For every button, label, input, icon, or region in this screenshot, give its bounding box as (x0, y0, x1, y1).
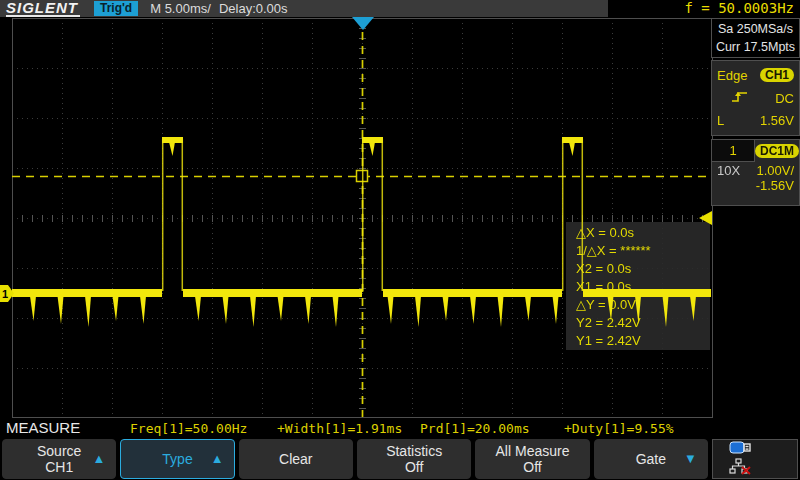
all-measure-value: Off (523, 459, 541, 475)
all-measure-button[interactable]: All Measure Off (475, 439, 589, 479)
gate-button[interactable]: Gate ▼ (594, 439, 708, 479)
softkey-menu: Source CH1 ▲ Type ▲ Clear Statistics Off… (0, 437, 800, 480)
source-label: Source (37, 443, 81, 459)
trigger-level-label: L (717, 113, 724, 128)
trigger-source-badge[interactable]: CH1 (760, 68, 794, 82)
timebase-readout: M 5.00ms/Delay:0.00s (150, 1, 295, 16)
source-value: CH1 (45, 459, 73, 475)
channel-number-tab[interactable]: 1 (712, 140, 755, 162)
cursor-inv-dx: 1/△X = ****** (576, 242, 710, 260)
source-button[interactable]: Source CH1 ▲ (2, 439, 116, 479)
all-measure-label: All Measure (496, 443, 570, 459)
trigger-type: Edge (717, 68, 747, 83)
oscilloscope-screen: △X = 0.0s 1/△X = ****** X2 = 0.0s X1 = 0… (0, 0, 800, 480)
measure-status-bar: MEASURE Freq[1]=50.00Hz +Width[1]=1.91ms… (0, 418, 800, 437)
cursor-dy: △Y = 0.0V (576, 296, 710, 314)
measure-title: MEASURE (6, 419, 80, 436)
status-icon-panel (712, 439, 798, 479)
statistics-value: Off (405, 459, 423, 475)
cursor-readout-box: △X = 0.0s 1/△X = ****** X2 = 0.0s X1 = 0… (566, 222, 710, 350)
lan-disconnected-icon (729, 458, 753, 479)
channel-coupling-badge[interactable]: DC1M (755, 144, 799, 158)
frequency-counter: f = 50.0003Hz (608, 0, 800, 17)
cursor-y1: Y1 = 2.42V (576, 332, 710, 350)
cursor-y2: Y2 = 2.42V (576, 314, 710, 332)
probe-attenuation: 10X (717, 163, 740, 178)
delay-value: Delay:0.00s (219, 1, 288, 16)
rising-edge-icon (731, 90, 749, 107)
channel1-info-box[interactable]: 1 DC1M 10X 1.00V/ -1.56V (711, 139, 800, 206)
volts-per-div: 1.00V/ (756, 163, 794, 178)
usb-icon (729, 440, 753, 458)
type-label: Type (162, 451, 192, 467)
clear-label: Clear (279, 451, 312, 467)
trigger-info-box[interactable]: Edge CH1 DC L 1.56V (711, 60, 800, 136)
measure-pwidth: +Width[1]=1.91ms (277, 421, 402, 436)
statistics-label: Statistics (386, 443, 442, 459)
trigger-level-value: 1.56V (760, 113, 794, 128)
measure-freq: Freq[1]=50.00Hz (130, 421, 247, 436)
measure-pduty: +Duty[1]=9.55% (564, 421, 674, 436)
down-arrow-icon: ▼ (684, 451, 697, 467)
trigger-coupling: DC (775, 91, 794, 106)
cursor-x1: X1 = 0.0s (576, 278, 710, 296)
gate-label: Gate (636, 451, 666, 467)
clear-button[interactable]: Clear (239, 439, 353, 479)
type-button[interactable]: Type ▲ (120, 439, 234, 479)
cursor-dx: △X = 0.0s (576, 224, 710, 242)
statistics-button[interactable]: Statistics Off (357, 439, 471, 479)
acquisition-info-box: Sa 250MSa/s Curr 17.5Mpts (711, 18, 800, 58)
measure-period: Prd[1]=20.00ms (420, 421, 530, 436)
trigger-level-marker[interactable] (699, 211, 712, 225)
trigger-status-badge: Trig'd (94, 1, 138, 16)
channel-offset: -1.56V (712, 178, 799, 193)
trigger-position-marker[interactable] (352, 17, 374, 30)
up-arrow-icon: ▲ (92, 451, 105, 467)
siglent-logo: SIGLENT (6, 1, 80, 17)
top-status-bar: SIGLENT Trig'd M 5.00ms/Delay:0.00s f = … (0, 0, 800, 17)
sample-rate: Sa 250MSa/s (718, 22, 793, 36)
cursor-x2: X2 = 0.0s (576, 260, 710, 278)
timebase-value: M 5.00ms/ (150, 1, 211, 16)
memory-depth: Curr 17.5Mpts (716, 40, 795, 54)
up-arrow-icon: ▲ (211, 451, 224, 467)
